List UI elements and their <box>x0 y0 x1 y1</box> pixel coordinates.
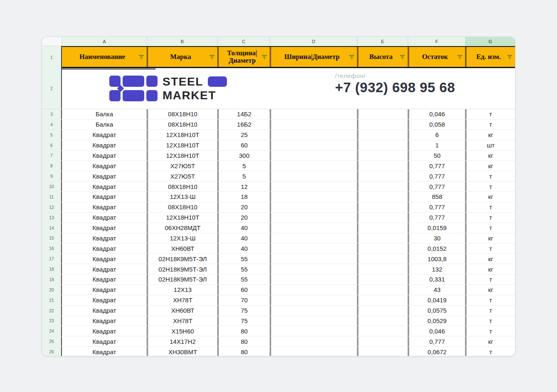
cell-unit[interactable]: т <box>465 274 515 284</box>
cell-width[interactable] <box>270 347 357 356</box>
cell-height[interactable] <box>357 336 408 346</box>
header-cell-width[interactable]: Ширина|Диаметр <box>270 47 357 67</box>
cell-thickness[interactable]: 55 <box>217 274 270 284</box>
cell-height[interactable] <box>357 306 408 316</box>
cell-height[interactable] <box>357 274 408 284</box>
cell-grade[interactable]: 12Х13-Ш <box>147 233 217 243</box>
cell-grade[interactable]: 08Х18Н10 <box>147 202 217 212</box>
cell-height[interactable] <box>357 181 408 191</box>
cell-name[interactable]: Квадрат <box>62 181 147 191</box>
cell-width[interactable] <box>270 151 357 161</box>
cell-unit[interactable]: кг <box>465 233 515 243</box>
row-number[interactable]: 19 <box>42 274 62 284</box>
row-number[interactable]: 12 <box>42 202 62 212</box>
cell-width[interactable] <box>270 285 357 295</box>
cell-height[interactable] <box>357 264 408 274</box>
cell-thickness[interactable]: 5 <box>217 171 270 181</box>
cell-grade[interactable]: 14Х17Н2 <box>147 336 217 346</box>
cell-unit[interactable]: т <box>465 109 515 119</box>
cell-height[interactable] <box>357 223 408 233</box>
cell-height[interactable] <box>357 316 408 326</box>
cell-unit[interactable]: т <box>465 243 515 253</box>
cell-grade[interactable]: 12Х18Н10Т <box>147 130 217 140</box>
cell-unit[interactable]: кг <box>465 161 515 171</box>
cell-thickness[interactable]: 55 <box>217 264 270 274</box>
cell-stock[interactable]: 0,777 <box>408 171 465 181</box>
row-number[interactable]: 16 <box>42 243 62 253</box>
cell-width[interactable] <box>270 306 357 316</box>
row-number[interactable]: 8 <box>42 161 62 171</box>
cell-width[interactable] <box>270 161 357 171</box>
cell-name[interactable]: Квадрат <box>62 202 147 212</box>
cell-height[interactable] <box>357 254 408 264</box>
cell-width[interactable] <box>270 120 357 130</box>
cell-name[interactable]: Квадрат <box>62 326 147 336</box>
column-header-b[interactable]: B <box>147 37 217 46</box>
filter-icon[interactable] <box>507 54 513 60</box>
cell-grade[interactable]: 02Н18К9М5Т-ЭЛ <box>147 254 217 264</box>
cell-name[interactable]: Квадрат <box>62 274 147 284</box>
cell-stock[interactable]: 30 <box>408 233 465 243</box>
cell-stock[interactable]: 50 <box>408 151 465 161</box>
cell-unit[interactable]: кг <box>465 192 515 202</box>
cell-stock[interactable]: 0,0575 <box>408 306 465 316</box>
row-number[interactable]: 7 <box>42 151 62 161</box>
cell-name[interactable]: Балка <box>62 120 147 130</box>
column-header-a[interactable]: A <box>62 37 147 46</box>
cell-name[interactable]: Квадрат <box>62 254 147 264</box>
cell-thickness[interactable]: 40 <box>217 243 270 253</box>
row-number[interactable]: 18 <box>42 264 62 274</box>
cell-height[interactable] <box>357 285 408 295</box>
cell-width[interactable] <box>270 130 357 140</box>
cell-stock[interactable]: 0,777 <box>408 336 465 346</box>
cell-name[interactable]: Квадрат <box>62 306 147 316</box>
cell-stock[interactable]: 0,058 <box>408 120 465 130</box>
cell-name[interactable]: Квадрат <box>62 130 147 140</box>
cell-height[interactable] <box>357 140 408 150</box>
cell-unit[interactable]: т <box>465 316 515 326</box>
cell-unit[interactable]: т <box>465 347 515 356</box>
cell-stock[interactable]: 0,0419 <box>408 295 465 305</box>
cell-unit[interactable]: кг <box>465 151 515 161</box>
banner-cell[interactable]: STEEL MARKET /телефон/ +7 (932) 698 95 6… <box>62 68 515 109</box>
cell-unit[interactable]: т <box>465 213 515 223</box>
cell-name[interactable]: Квадрат <box>62 233 147 243</box>
filter-icon[interactable] <box>261 54 268 60</box>
cell-width[interactable] <box>270 171 357 181</box>
cell-grade[interactable]: ХН78Т <box>147 295 217 305</box>
cell-unit[interactable]: кг <box>465 264 515 274</box>
cell-height[interactable] <box>357 326 408 336</box>
cell-grade[interactable]: 02Н18К9М5Т-ЭЛ <box>147 274 217 284</box>
cell-unit[interactable]: кг <box>465 336 515 346</box>
cell-height[interactable] <box>357 202 408 212</box>
cell-height[interactable] <box>357 213 408 223</box>
cell-unit[interactable]: т <box>465 120 515 130</box>
row-number-2[interactable]: 2 <box>42 68 62 109</box>
cell-unit[interactable]: т <box>465 181 515 191</box>
cell-name[interactable]: Квадрат <box>62 151 147 161</box>
cell-thickness[interactable]: 25 <box>217 130 270 140</box>
cell-thickness[interactable]: 80 <box>217 326 270 336</box>
cell-thickness[interactable]: 80 <box>217 347 270 356</box>
cell-height[interactable] <box>357 130 408 140</box>
cell-grade[interactable]: 12Х18Н10Т <box>147 151 217 161</box>
filter-icon[interactable] <box>457 54 463 60</box>
header-cell-grade[interactable]: Марка <box>147 47 217 67</box>
cell-name[interactable]: Квадрат <box>62 347 147 356</box>
cell-thickness[interactable]: 300 <box>217 151 270 161</box>
cell-grade[interactable]: ХН60ВТ <box>147 306 217 316</box>
row-number[interactable]: 14 <box>42 223 62 233</box>
row-number[interactable]: 25 <box>42 336 62 346</box>
cell-unit[interactable]: кг <box>465 285 515 295</box>
cell-width[interactable] <box>270 213 357 223</box>
cell-width[interactable] <box>270 336 357 346</box>
column-header-c[interactable]: C <box>217 37 270 46</box>
cell-stock[interactable]: 0,0672 <box>408 347 465 356</box>
cell-stock[interactable]: 132 <box>408 264 465 274</box>
row-number[interactable]: 9 <box>42 171 62 181</box>
cell-name[interactable]: Квадрат <box>62 316 147 326</box>
cell-grade[interactable]: ХН60ВТ <box>147 243 217 253</box>
row-number[interactable]: 13 <box>42 213 62 223</box>
row-number[interactable]: 21 <box>42 295 62 305</box>
cell-thickness[interactable]: 60 <box>217 285 270 295</box>
